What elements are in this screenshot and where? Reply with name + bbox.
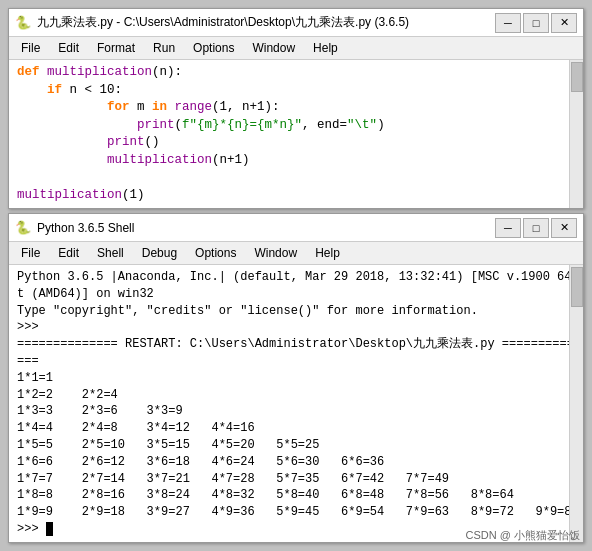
editor-menu-format[interactable]: Format — [89, 39, 143, 57]
shell-menu-help[interactable]: Help — [307, 244, 348, 262]
shell-minimize-button[interactable]: ─ — [495, 218, 521, 238]
shell-line: Type "copyright", "credits" or "license(… — [17, 303, 565, 320]
shell-title-text: Python 3.6.5 Shell — [37, 221, 134, 235]
editor-close-button[interactable]: ✕ — [551, 13, 577, 33]
code-line: multiplication(n+1) — [17, 152, 565, 170]
editor-menu-options[interactable]: Options — [185, 39, 242, 57]
editor-title-bar: 🐍 九九乘法表.py - C:\Users\Administrator\Desk… — [9, 9, 583, 37]
shell-menu-file[interactable]: File — [13, 244, 48, 262]
shell-menu-window[interactable]: Window — [246, 244, 305, 262]
shell-menu-bar: File Edit Shell Debug Options Window Hel… — [9, 242, 583, 265]
code-line — [17, 169, 565, 187]
shell-scrollbar-thumb — [571, 267, 583, 307]
code-line: def multiplication(n): — [17, 64, 565, 82]
editor-title-text: 九九乘法表.py - C:\Users\Administrator\Deskto… — [37, 14, 409, 31]
shell-line: 1*6=6 2*6=12 3*6=18 4*6=24 5*6=30 6*6=36 — [17, 454, 565, 471]
shell-line: 1*7=7 2*7=14 3*7=21 4*7=28 5*7=35 6*7=42… — [17, 471, 565, 488]
shell-line: Python 3.6.5 |Anaconda, Inc.| (default, … — [17, 269, 565, 286]
shell-menu-shell[interactable]: Shell — [89, 244, 132, 262]
shell-line: === — [17, 353, 565, 370]
editor-scrollbar[interactable] — [569, 60, 583, 208]
shell-menu-debug[interactable]: Debug — [134, 244, 185, 262]
editor-window: 🐍 九九乘法表.py - C:\Users\Administrator\Desk… — [8, 8, 584, 209]
shell-line: 1*4=4 2*4=8 3*4=12 4*4=16 — [17, 420, 565, 437]
editor-minimize-button[interactable]: ─ — [495, 13, 521, 33]
shell-line: 1*8=8 2*8=16 3*8=24 4*8=32 5*8=40 6*8=48… — [17, 487, 565, 504]
editor-code-area[interactable]: def multiplication(n): if n < 10: for m … — [9, 60, 583, 208]
watermark: CSDN @ 小熊猫爱怡饭 — [466, 528, 580, 543]
desktop: 🐍 九九乘法表.py - C:\Users\Administrator\Desk… — [0, 0, 592, 551]
code-line: for m in range(1, n+1): — [17, 99, 565, 117]
shell-line: 1*2=2 2*2=4 — [17, 387, 565, 404]
shell-close-button[interactable]: ✕ — [551, 218, 577, 238]
editor-scroll-area: def multiplication(n): if n < 10: for m … — [9, 60, 583, 208]
editor-menu-window[interactable]: Window — [244, 39, 303, 57]
shell-prompt: >>> — [17, 319, 565, 336]
shell-line: ============== RESTART: C:\Users\Adminis… — [17, 336, 565, 353]
editor-maximize-button[interactable]: □ — [523, 13, 549, 33]
shell-window: 🐍 Python 3.6.5 Shell ─ □ ✕ File Edit She… — [8, 213, 584, 543]
shell-line: 1*3=3 2*3=6 3*3=9 — [17, 403, 565, 420]
shell-scroll-area: Python 3.6.5 |Anaconda, Inc.| (default, … — [9, 265, 583, 542]
shell-maximize-button[interactable]: □ — [523, 218, 549, 238]
shell-scrollbar[interactable] — [569, 265, 583, 542]
shell-output-wrapper: Python 3.6.5 |Anaconda, Inc.| (default, … — [9, 265, 583, 542]
editor-menu-help[interactable]: Help — [305, 39, 346, 57]
code-line: print(f"{m}*{n}={m*n}", end="\t") — [17, 117, 565, 135]
shell-window-icon: 🐍 — [15, 220, 31, 236]
shell-title-bar: 🐍 Python 3.6.5 Shell ─ □ ✕ — [9, 214, 583, 242]
shell-line: 1*5=5 2*5=10 3*5=15 4*5=20 5*5=25 — [17, 437, 565, 454]
shell-menu-options[interactable]: Options — [187, 244, 244, 262]
shell-title-left: 🐍 Python 3.6.5 Shell — [15, 220, 134, 236]
shell-line: 1*9=9 2*9=18 3*9=27 4*9=36 5*9=45 6*9=54… — [17, 504, 565, 521]
shell-menu-edit[interactable]: Edit — [50, 244, 87, 262]
editor-menu-file[interactable]: File — [13, 39, 48, 57]
editor-menu-run[interactable]: Run — [145, 39, 183, 57]
editor-window-icon: 🐍 — [15, 15, 31, 31]
editor-window-controls: ─ □ ✕ — [495, 13, 577, 33]
code-line: multiplication(1) — [17, 187, 565, 205]
shell-line: t (AMD64)] on win32 — [17, 286, 565, 303]
editor-title-left: 🐍 九九乘法表.py - C:\Users\Administrator\Desk… — [15, 14, 409, 31]
shell-output-area[interactable]: Python 3.6.5 |Anaconda, Inc.| (default, … — [9, 265, 583, 542]
editor-menu-bar: File Edit Format Run Options Window Help — [9, 37, 583, 60]
code-line: if n < 10: — [17, 82, 565, 100]
editor-menu-edit[interactable]: Edit — [50, 39, 87, 57]
code-line: print() — [17, 134, 565, 152]
shell-window-controls: ─ □ ✕ — [495, 218, 577, 238]
editor-scrollbar-thumb — [571, 62, 583, 92]
shell-line: 1*1=1 — [17, 370, 565, 387]
